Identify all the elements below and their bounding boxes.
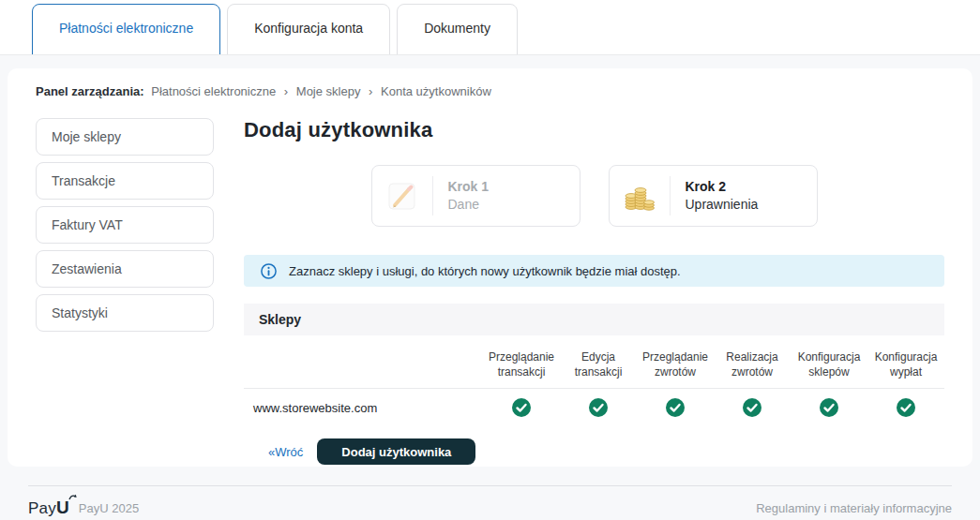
top-tab-bar: Płatności elektroniczne Konfiguracja kon… [0, 0, 980, 55]
permissions-table: Przeglądanie transakcji Edycja transakcj… [244, 350, 944, 426]
form-actions: «Wróć Dodaj użytkownika [244, 438, 944, 465]
info-banner: Zaznacz sklepy i usługi, do których nowy… [244, 255, 944, 287]
payu-logo: PayU [28, 498, 69, 518]
page-title: Dodaj użytkownika [244, 118, 944, 142]
breadcrumb-item-konta-uzytkownikow[interactable]: Konta użytkowników [381, 84, 491, 98]
footer-regulations-link[interactable]: Regulaminy i materiały informacyjne [756, 501, 952, 515]
column-header-realizacja-zwrotow: Realizacja zwrotów [714, 350, 791, 379]
sidebar-item-moje-sklepy[interactable]: Moje sklepy [36, 118, 214, 156]
step-2-label: Krok 2 [686, 178, 759, 196]
tab-konfiguracja-konta[interactable]: Konfiguracja konta [227, 4, 390, 55]
pencil-note-icon [372, 177, 432, 215]
store-name: www.storewebsite.com [244, 401, 483, 415]
step-1-label: Krok 1 [448, 178, 490, 196]
sidebar-item-statystyki[interactable]: Statystyki [36, 294, 214, 332]
step-2-sublabel: Uprawnienia [686, 196, 759, 214]
permission-cell-realizacja-zwrotow [714, 398, 791, 417]
column-header-przegladanie-transakcji: Przeglądanie transakcji [483, 350, 560, 379]
footer: PayU PayU 2025 Regulaminy i materiały in… [28, 485, 952, 518]
coins-icon [610, 177, 670, 215]
check-icon[interactable] [897, 398, 915, 417]
column-header-edycja-transakcji: Edycja transakcji [560, 350, 637, 379]
main-content: Dodaj użytkownika Krok 1 Dane [244, 118, 944, 465]
tab-platnosci-elektroniczne[interactable]: Płatności elektroniczne [32, 4, 220, 55]
permission-cell-przegladanie-zwrotow [637, 398, 714, 417]
info-icon [261, 263, 277, 279]
breadcrumb-item-platnosci[interactable]: Płatności elektroniczne [151, 84, 276, 98]
check-icon[interactable] [820, 398, 838, 417]
breadcrumb-item-moje-sklepy[interactable]: Moje sklepy [296, 84, 361, 98]
content-card: Panel zarządzania: Płatności elektronicz… [8, 68, 972, 467]
section-header-sklepy: Sklepy [244, 304, 944, 335]
add-user-button[interactable]: Dodaj użytkownika [317, 438, 475, 465]
copyright-text: PayU 2025 [79, 501, 139, 515]
column-header-konfiguracja-sklepow: Konfiguracja sklepów [791, 350, 867, 379]
table-row: www.storewebsite.com [244, 389, 944, 426]
permission-cell-konfiguracja-sklepow [791, 398, 867, 417]
breadcrumb-separator: › [284, 84, 288, 98]
step-indicator: Krok 1 Dane [244, 165, 944, 227]
section-title: Sklepy [259, 312, 301, 327]
sidebar-item-faktury-vat[interactable]: Faktury VAT [36, 206, 214, 244]
step-1-card: Krok 1 Dane [371, 165, 580, 227]
sidebar: Moje sklepy Transakcje Faktury VAT Zesta… [36, 118, 214, 338]
breadcrumb-separator: › [369, 84, 372, 98]
payu-logo-arrow-icon [68, 494, 77, 501]
breadcrumb-prefix: Panel zarządzania: [36, 84, 144, 98]
column-header-przegladanie-zwrotow: Przeglądanie zwrotów [637, 350, 714, 379]
permission-cell-edycja-transakcji [560, 398, 637, 417]
step-1-sublabel: Dane [448, 196, 490, 214]
permissions-table-header: Przeglądanie transakcji Edycja transakcj… [244, 350, 944, 389]
permission-cell-konfiguracja-wyplat [867, 398, 944, 417]
step-2-card: Krok 2 Uprawnienia [609, 165, 818, 227]
info-banner-text: Zaznacz sklepy i usługi, do których nowy… [289, 264, 681, 278]
breadcrumb: Panel zarządzania: Płatności elektronicz… [36, 84, 944, 98]
sidebar-item-transakcje[interactable]: Transakcje [36, 162, 214, 200]
check-icon[interactable] [512, 398, 531, 417]
column-header-konfiguracja-wyplat: Konfiguracja wypłat [867, 350, 944, 379]
sidebar-item-zestawienia[interactable]: Zestawienia [36, 250, 214, 288]
check-icon[interactable] [666, 398, 685, 417]
permission-cell-przegladanie-transakcji [483, 398, 560, 417]
check-icon[interactable] [743, 398, 761, 417]
tab-dokumenty[interactable]: Dokumenty [397, 4, 518, 55]
back-link[interactable]: «Wróć [268, 445, 303, 459]
check-icon[interactable] [589, 398, 608, 417]
